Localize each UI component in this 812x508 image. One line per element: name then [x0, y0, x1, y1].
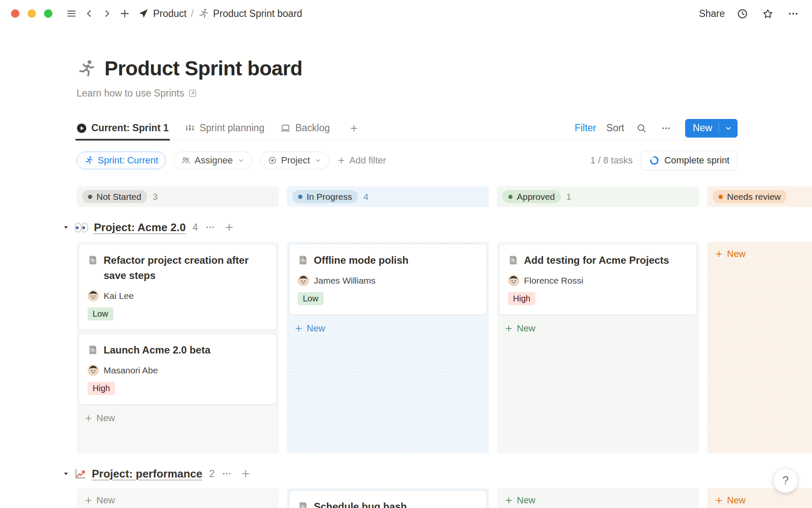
status-badge: In Progress — [292, 190, 358, 203]
project-filter-label: Project — [281, 155, 310, 166]
task-card[interactable]: Add testing for Acme Projects Florence R… — [499, 244, 697, 315]
add-card-button[interactable]: New — [709, 490, 812, 508]
assignee-filter-label: Assignee — [195, 155, 233, 166]
column-header-approved[interactable]: Approved 1 — [497, 186, 699, 207]
search-icon[interactable] — [634, 121, 649, 135]
group-add-icon[interactable] — [239, 467, 252, 480]
status-badge: Not Started — [82, 190, 147, 203]
group-title[interactable]: Project: performance — [92, 467, 203, 480]
new-task-button[interactable]: New — [685, 119, 738, 138]
breadcrumb-separator: / — [191, 8, 193, 19]
column-count: 3 — [153, 192, 158, 202]
card-title: Add testing for Acme Projects — [524, 253, 669, 268]
tab-current-sprint[interactable]: Current: Sprint 1 — [77, 116, 169, 140]
forward-icon[interactable] — [99, 6, 115, 22]
share-button[interactable]: Share — [699, 8, 725, 19]
eyes-icon — [74, 222, 88, 233]
close-window-button[interactable] — [11, 9, 19, 18]
add-view-icon[interactable] — [346, 120, 362, 136]
column-count: 4 — [363, 192, 368, 202]
group-more-icon[interactable] — [203, 221, 217, 234]
view-more-icon[interactable] — [659, 121, 673, 135]
tab-sprint-planning[interactable]: Sprint planning — [185, 116, 264, 140]
add-filter-button[interactable]: Add filter — [337, 155, 386, 166]
task-card[interactable]: Offline mode polish James Williams Low — [289, 244, 487, 315]
favorite-star-icon[interactable] — [760, 6, 776, 22]
people-group-icon — [185, 123, 195, 133]
breadcrumb-current-label: Product Sprint board — [213, 8, 302, 19]
assignee-name: Kai Lee — [104, 291, 134, 301]
sidebar-toggle-icon[interactable] — [63, 6, 80, 22]
breadcrumb-parent[interactable]: Product — [138, 8, 187, 19]
assignee-name: Masanori Abe — [104, 365, 158, 375]
column-headers-row: Not Started 3 In Progress 4 Approved 1 N… — [77, 186, 812, 207]
tab-backlog[interactable]: Backlog — [280, 116, 330, 140]
column-name: In Progress — [307, 192, 352, 202]
filter-button[interactable]: Filter — [575, 122, 596, 134]
breadcrumb-current[interactable]: Product Sprint board — [198, 8, 302, 19]
column-header-not-started[interactable]: Not Started 3 — [77, 186, 279, 207]
group-more-icon[interactable] — [220, 467, 233, 480]
chevron-down-icon — [314, 157, 322, 164]
card-title: Offline mode polish — [314, 253, 409, 268]
new-page-icon[interactable] — [117, 6, 133, 22]
group-add-icon[interactable] — [222, 221, 236, 234]
group-title[interactable]: Project: Acme 2.0 — [94, 221, 186, 234]
column-header-needs-review[interactable]: Needs review — [707, 186, 812, 207]
status-dot-icon — [88, 195, 92, 199]
add-card-button[interactable]: New — [499, 490, 697, 508]
help-button[interactable]: ? — [774, 469, 798, 493]
plus-icon — [84, 496, 93, 505]
add-card-button[interactable]: New — [79, 408, 277, 428]
add-card-button[interactable]: New — [499, 318, 697, 339]
breadcrumb: Product / Product Sprint board — [138, 8, 302, 19]
history-clock-icon[interactable] — [734, 6, 750, 22]
topbar-actions: Share — [699, 6, 801, 22]
add-card-button[interactable]: New — [79, 490, 277, 508]
priority-tag: Low — [88, 307, 113, 320]
sprint-progress-icon — [649, 155, 659, 166]
complete-sprint-button[interactable]: Complete sprint — [641, 151, 738, 170]
group-header: Project: Acme 2.0 4 — [63, 220, 812, 235]
column-header-in-progress[interactable]: In Progress 4 — [287, 186, 489, 207]
add-card-button[interactable]: New — [289, 318, 487, 339]
task-card[interactable]: Launch Acme 2.0 beta Masanori Abe High — [79, 334, 277, 405]
priority-tag: High — [88, 382, 115, 395]
collapse-triangle-icon[interactable] — [63, 471, 69, 477]
back-icon[interactable] — [81, 6, 97, 22]
group-columns: Refactor project creation after save ste… — [77, 242, 812, 453]
page-icon — [88, 344, 99, 355]
plus-icon — [294, 324, 303, 333]
chart-increasing-icon — [74, 468, 86, 480]
collapse-triangle-icon[interactable] — [63, 224, 69, 230]
minimize-window-button[interactable] — [27, 9, 36, 18]
assignee-name: James Williams — [314, 276, 376, 286]
assignee-filter-chip[interactable]: Assignee — [173, 152, 252, 169]
status-dot-icon — [298, 195, 302, 199]
assignee-name: Florence Rossi — [524, 276, 583, 286]
task-progress: 1 / 8 tasks — [590, 155, 633, 166]
card-title: Schedule bug bash — [314, 499, 407, 508]
task-card[interactable]: Refactor project creation after save ste… — [79, 244, 277, 330]
add-card-button[interactable]: New — [709, 244, 812, 264]
group-columns: New Schedule bug bash New — [77, 488, 812, 508]
more-options-icon[interactable] — [785, 6, 801, 22]
column-in-progress: Offline mode polish James Williams Low N… — [287, 242, 489, 453]
external-link-icon — [188, 89, 197, 98]
project-filter-chip[interactable]: Project — [260, 152, 329, 169]
column-name: Approved — [517, 192, 555, 202]
page-icon — [298, 254, 309, 265]
add-card-label: New — [517, 323, 535, 334]
column-approved: New — [497, 488, 699, 508]
learn-sprints-link[interactable]: Learn how to use Sprints — [77, 88, 812, 99]
task-card[interactable]: Schedule bug bash — [289, 490, 487, 508]
column-in-progress: Schedule bug bash — [287, 488, 489, 508]
runner-page-icon[interactable] — [77, 59, 96, 78]
sprint-filter-chip[interactable]: Sprint: Current — [77, 152, 166, 169]
column-name: Needs review — [727, 192, 781, 202]
page-head: Product Sprint board Learn how to use Sp… — [77, 57, 812, 99]
new-button-chevron-icon[interactable] — [719, 124, 738, 133]
view-tabs-bar: Current: Sprint 1 Sprint planning Backlo… — [77, 116, 738, 141]
zoom-window-button[interactable] — [44, 9, 52, 18]
sort-button[interactable]: Sort — [606, 122, 624, 134]
